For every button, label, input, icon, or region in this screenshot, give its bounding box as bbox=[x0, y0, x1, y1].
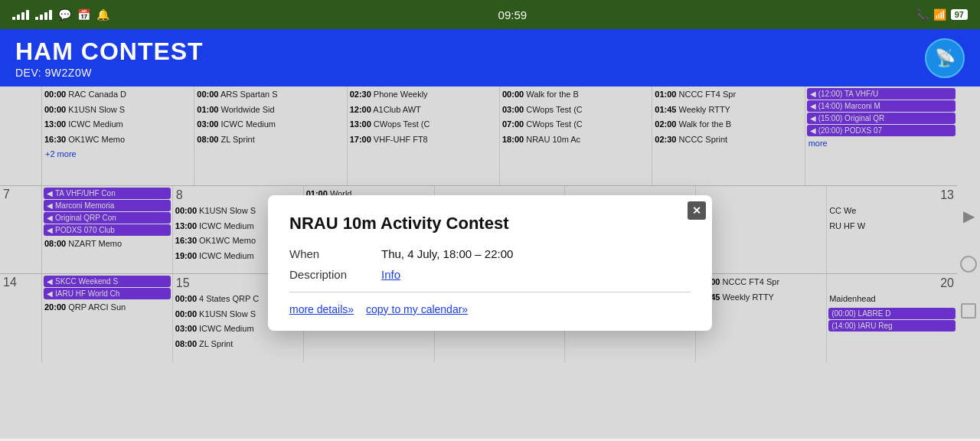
wifi-icon: 📶 bbox=[933, 8, 946, 21]
status-right: 📞 📶 97 bbox=[916, 8, 968, 21]
event-popup: ✕ NRAU 10m Activity Contest When Thu, 4 … bbox=[268, 195, 712, 331]
signal-bars-2 bbox=[35, 10, 52, 20]
phone-icon: 📞 bbox=[916, 8, 929, 21]
popup-overlay: ✕ NRAU 10m Activity Contest When Thu, 4 … bbox=[0, 87, 980, 439]
popup-copy-calendar-link[interactable]: copy to my calendar» bbox=[366, 303, 468, 315]
calendar-container: ▶ 00:00 RAC Canada D 00:00 K1USN Slow S … bbox=[0, 87, 980, 439]
radio-icon: 📡 bbox=[935, 48, 956, 68]
popup-when-row: When Thu, 4 July, 18:00 – 22:00 bbox=[289, 247, 691, 260]
battery-indicator: 97 bbox=[951, 9, 968, 20]
popup-actions: more details» copy to my calendar» bbox=[289, 303, 691, 315]
app-header: HAM CONTEST DEV: 9W2Z0W 📡 bbox=[0, 29, 980, 87]
header-text: HAM CONTEST DEV: 9W2Z0W bbox=[15, 38, 204, 79]
app-subtitle: DEV: 9W2Z0W bbox=[15, 67, 204, 79]
whatsapp-icon: 💬 bbox=[58, 8, 71, 21]
status-left: 💬 📅 🔔 bbox=[12, 8, 109, 21]
notification-icon: 🔔 bbox=[96, 8, 109, 21]
popup-description-label: Description bbox=[289, 268, 381, 281]
calendar-icon: 📅 bbox=[77, 8, 90, 21]
popup-description-row: Description Info bbox=[289, 268, 691, 281]
popup-when-value: Thu, 4 July, 18:00 – 22:00 bbox=[381, 247, 513, 260]
popup-divider bbox=[289, 292, 691, 292]
status-bar: 💬 📅 🔔 09:59 📞 📶 97 bbox=[0, 0, 980, 29]
popup-when-label: When bbox=[289, 247, 381, 260]
popup-info-link[interactable]: Info bbox=[381, 268, 400, 281]
popup-title: NRAU 10m Activity Contest bbox=[289, 214, 691, 234]
popup-close-button[interactable]: ✕ bbox=[688, 201, 706, 220]
signal-bars-1 bbox=[12, 10, 29, 20]
header-icon[interactable]: 📡 bbox=[925, 38, 965, 78]
status-time: 09:59 bbox=[498, 8, 528, 21]
popup-more-details-link[interactable]: more details» bbox=[289, 303, 354, 315]
app-title: HAM CONTEST bbox=[15, 38, 204, 65]
